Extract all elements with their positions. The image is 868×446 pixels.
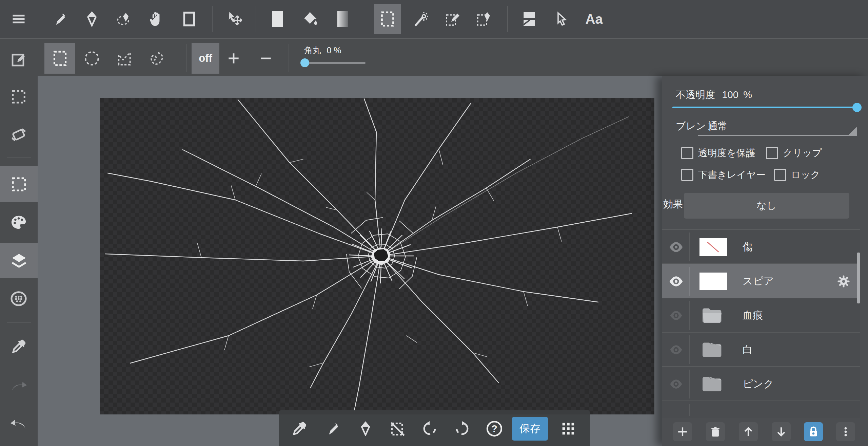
drawing-canvas[interactable] [100, 98, 654, 414]
eyedropper-icon [11, 338, 27, 355]
foreground-color-swatch[interactable] [264, 4, 291, 34]
menu-button[interactable] [5, 4, 32, 34]
clip-checkbox[interactable]: クリップ [766, 147, 822, 160]
eye-icon [669, 276, 684, 287]
lasso-eraser-tool[interactable] [111, 4, 138, 34]
sidebar-rotate-canvas-button[interactable] [3, 121, 34, 149]
draft-layer-checkbox[interactable]: 下書きレイヤー [681, 168, 766, 181]
folder-icon [700, 306, 724, 325]
layer-row-empty [662, 401, 860, 418]
layers-scrollbar[interactable] [857, 253, 860, 303]
sidebar-eyedropper-button[interactable] [3, 333, 34, 360]
panel-divide-tool[interactable] [516, 4, 542, 34]
effect-button[interactable]: なし [684, 193, 849, 219]
layer-visibility-toggle[interactable] [666, 264, 686, 298]
folder-icon [700, 340, 724, 359]
ellipse-select-shape[interactable] [76, 42, 108, 75]
layer-menu-button[interactable] [836, 422, 855, 441]
layer-settings-button[interactable] [836, 274, 851, 289]
layer-visibility-toggle[interactable] [666, 367, 686, 401]
color-swatch-icon [271, 10, 284, 28]
lasso-select-shape[interactable] [140, 42, 173, 75]
opacity-slider[interactable] [672, 107, 857, 108]
shrink-selection-button[interactable] [250, 42, 282, 75]
add-layer-button[interactable] [673, 422, 692, 441]
quick-eyedropper-button[interactable] [287, 416, 312, 441]
layer-visibility-toggle[interactable] [666, 298, 686, 333]
quick-pen-button[interactable] [319, 416, 345, 441]
select-tool-active[interactable] [374, 4, 401, 34]
hand-tool[interactable] [142, 4, 169, 34]
sidebar-undo-button[interactable] [3, 409, 34, 437]
cursor-arrow-icon [555, 12, 568, 26]
eraser-icon [84, 11, 100, 27]
move-layer-down-button[interactable] [772, 422, 791, 441]
blend-dropdown[interactable]: 通常 [698, 119, 857, 136]
gradient-tool[interactable] [330, 4, 356, 34]
rect-select-icon [52, 50, 68, 67]
move-layer-up-button[interactable] [739, 422, 758, 441]
layer-visibility-toggle[interactable] [666, 333, 686, 367]
folder-icon [700, 374, 724, 393]
eraser-tool[interactable] [79, 4, 105, 34]
snap-off-button[interactable]: off [192, 43, 219, 74]
lasso-eraser-icon [116, 11, 133, 27]
layer-folder-row[interactable]: 血痕 [662, 298, 860, 333]
rotate-right-button[interactable] [449, 416, 475, 441]
help-button[interactable]: ? [481, 416, 507, 441]
layer-row-separator [689, 233, 690, 261]
select-eraser-tool[interactable] [471, 4, 497, 34]
main-toolbar: Aa [0, 0, 868, 39]
deselect-button[interactable] [384, 416, 410, 441]
layer-folder-row[interactable]: ピンク [662, 366, 860, 401]
layer-name: 血痕 [743, 298, 763, 333]
trash-icon [710, 426, 721, 438]
layer-folder-row[interactable]: 白 [662, 332, 860, 367]
eraser-icon [358, 421, 373, 436]
text-tool[interactable]: Aa [581, 4, 607, 34]
save-button[interactable]: 保存 [512, 417, 548, 441]
select-pen-tool[interactable] [439, 4, 466, 34]
paint-app-window: Aa off 角丸 0 % [0, 0, 868, 446]
rotate-ccw-icon [421, 421, 438, 437]
rect-select-shape-active[interactable] [44, 43, 75, 74]
palette-icon [10, 215, 27, 230]
polygon-select-icon [116, 50, 133, 67]
lock-layer-button-active[interactable] [804, 422, 823, 441]
pen-tool[interactable] [46, 4, 73, 34]
sidebar-redo-button[interactable] [3, 371, 34, 399]
layer-name: スピア [743, 264, 774, 298]
opacity-slider-thumb[interactable] [852, 103, 862, 112]
delete-layer-button[interactable] [706, 422, 725, 441]
sidebar-select-button[interactable] [3, 83, 34, 111]
fill-bucket-tool[interactable] [297, 4, 324, 34]
sidebar-new-edit-button[interactable] [3, 45, 34, 73]
expand-selection-button[interactable] [217, 42, 250, 75]
corner-round-slider[interactable] [304, 62, 366, 64]
layer-thumbnail [699, 273, 727, 290]
clip-label: クリップ [783, 147, 822, 160]
frame-tool[interactable] [176, 4, 202, 34]
checkbox-icon [766, 147, 778, 159]
sidebar-color-palette-button[interactable] [3, 208, 34, 236]
layer-visibility-toggle[interactable] [666, 230, 686, 264]
sidebar-material-button[interactable] [3, 285, 34, 313]
protect-alpha-checkbox[interactable]: 透明度を保護 [681, 147, 755, 160]
rotate-left-button[interactable] [417, 416, 442, 441]
sidebar-divider [7, 157, 31, 158]
sidebar-select-tool-active[interactable] [0, 166, 38, 202]
lock-checkbox[interactable]: ロック [774, 168, 820, 181]
brush-grid-button[interactable] [555, 416, 581, 441]
move-tool[interactable] [221, 4, 248, 34]
deselect-icon [389, 421, 406, 437]
polygon-select-shape[interactable] [108, 42, 141, 75]
layer-row-selected[interactable]: スピア [662, 263, 860, 298]
slider-thumb[interactable] [300, 58, 309, 67]
toolbar-divider [186, 44, 187, 72]
magic-wand-tool[interactable] [408, 4, 434, 34]
layer-row[interactable]: 傷 [662, 229, 860, 264]
quick-eraser-button[interactable] [353, 416, 378, 441]
layer-name: ピンク [743, 367, 774, 401]
sidebar-layers-button-active[interactable] [0, 243, 38, 278]
operation-select-tool[interactable] [548, 4, 575, 34]
